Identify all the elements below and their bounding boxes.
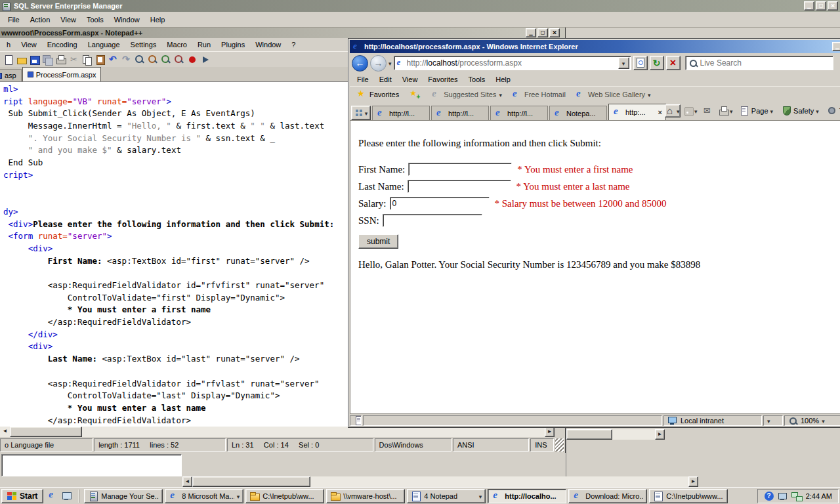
menu-item[interactable]: ? <box>286 39 301 50</box>
save-icon[interactable] <box>29 54 41 66</box>
clock[interactable]: 2:44 AM <box>806 492 832 500</box>
submit-button[interactable]: submit <box>358 234 398 249</box>
save-all-icon[interactable] <box>42 54 54 66</box>
scroll-left-icon[interactable]: ◄ <box>0 427 10 437</box>
replace-icon[interactable] <box>147 54 159 66</box>
menu-item[interactable]: File <box>3 14 25 25</box>
menu-item[interactable]: View <box>55 14 81 25</box>
npp-horizontal-scrollbar[interactable]: ◄ ► <box>0 427 565 437</box>
read-mail-button[interactable] <box>700 104 716 117</box>
paste-icon[interactable] <box>94 54 106 66</box>
browser-tab[interactable]: http:... × <box>608 104 666 120</box>
menu-item[interactable]: Help <box>145 14 171 25</box>
taskbar-button[interactable]: http://localho... <box>488 489 566 503</box>
close-button[interactable] <box>828 1 838 10</box>
zoom-in-icon[interactable] <box>160 54 172 66</box>
browser-tab[interactable]: http://l... <box>490 106 548 120</box>
menu-item[interactable]: Action <box>25 14 56 25</box>
find-icon[interactable] <box>134 54 146 66</box>
stop-button[interactable] <box>666 56 681 70</box>
scrollbar-thumb[interactable] <box>10 427 82 437</box>
search-box[interactable] <box>685 56 833 70</box>
refresh-button[interactable] <box>650 56 664 70</box>
minimize-button[interactable] <box>832 42 840 51</box>
npp-titlebar[interactable]: wwwroot\ProcessForm.aspx - Notepad++ <box>0 28 565 38</box>
text-input[interactable] <box>408 163 512 176</box>
compatibility-view-button[interactable] <box>633 56 648 70</box>
menu-item[interactable]: Run <box>192 39 216 50</box>
browser-tab[interactable]: http://l... <box>372 106 430 120</box>
background-scrollbar-long[interactable]: ◄ ► <box>182 476 698 487</box>
show-desktop-icon[interactable] <box>61 490 73 502</box>
network-icon[interactable] <box>791 491 802 501</box>
history-dropdown-icon[interactable] <box>388 59 392 67</box>
close-button[interactable] <box>549 28 560 37</box>
text-input[interactable] <box>390 197 490 210</box>
sql-window-titlebar[interactable]: SQL Server Enterprise Manager <box>0 0 840 12</box>
resize-grip[interactable] <box>555 438 564 452</box>
minimize-button[interactable] <box>804 1 814 10</box>
favorites-bar-item[interactable]: Free Hotmail <box>507 88 570 101</box>
minimize-button[interactable] <box>526 28 536 37</box>
address-bar[interactable]: http://localhost/processform.aspx <box>394 56 631 70</box>
quick-tabs-button[interactable] <box>351 106 371 120</box>
scroll-right-icon[interactable]: ► <box>545 427 555 437</box>
close-tab-icon[interactable]: × <box>658 108 662 116</box>
help-icon[interactable] <box>764 491 774 501</box>
internet-explorer-icon[interactable] <box>47 490 59 502</box>
taskbar-button[interactable]: C:\Inetpub\www... <box>649 489 728 503</box>
copy-icon[interactable] <box>81 54 93 66</box>
maximize-button[interactable] <box>816 1 826 10</box>
menu-item[interactable]: Window <box>250 39 286 50</box>
zoom-out-icon[interactable] <box>173 54 185 66</box>
background-scrollbar[interactable]: ► <box>566 429 665 440</box>
menu-item[interactable]: Settings <box>125 39 162 50</box>
browser-tab[interactable]: http://l... <box>431 106 489 120</box>
add-to-favorites-bar-button[interactable] <box>405 88 425 101</box>
open-file-icon[interactable] <box>16 54 28 66</box>
command-button[interactable]: Page <box>736 104 776 117</box>
menu-item[interactable]: Favorites <box>423 74 463 85</box>
favorites-button[interactable]: Favorites <box>352 88 404 101</box>
record-macro-icon[interactable] <box>186 54 198 66</box>
taskbar-button[interactable]: C:\Inetpub\ww... <box>245 489 324 503</box>
menu-item[interactable]: Plugins <box>216 39 250 50</box>
print-icon[interactable] <box>55 54 67 66</box>
text-input[interactable] <box>383 214 482 227</box>
menu-item[interactable]: Edit <box>374 74 397 85</box>
feeds-button[interactable] <box>682 104 698 117</box>
scroll-track[interactable] <box>82 427 545 437</box>
menu-item[interactable]: Tools <box>81 14 109 25</box>
browser-tab[interactable]: Notepa... <box>549 106 607 120</box>
menu-item[interactable]: h <box>1 39 16 50</box>
command-button[interactable]: Safety <box>778 104 822 117</box>
taskbar-button[interactable]: \\vmware-host\... <box>326 489 405 503</box>
redo-icon[interactable] <box>121 54 133 66</box>
scroll-left-icon[interactable]: ◄ <box>182 476 192 487</box>
cut-icon[interactable] <box>68 54 80 66</box>
menu-item[interactable]: File <box>352 74 374 85</box>
menu-item[interactable]: Window <box>109 14 145 25</box>
menu-item[interactable]: Help <box>490 74 516 85</box>
taskbar-button[interactable]: Download: Micro... <box>568 489 647 503</box>
undo-icon[interactable] <box>108 54 119 66</box>
play-macro-icon[interactable] <box>200 54 211 66</box>
editor-tab[interactable]: asp <box>0 69 22 81</box>
taskbar-button[interactable]: 4 Notepad <box>407 489 486 503</box>
editor-tab[interactable]: ProcessForm.aspx <box>22 67 102 81</box>
scrollbar-thumb[interactable] <box>192 476 310 487</box>
scroll-track[interactable] <box>612 429 655 440</box>
search-input[interactable] <box>700 58 830 68</box>
taskbar-button[interactable]: 8 Microsoft Ma... <box>165 489 243 503</box>
ie-titlebar[interactable]: http://localhost/processform.aspx - Wind… <box>350 40 840 53</box>
menu-item[interactable]: Tools <box>463 74 491 85</box>
display-icon[interactable] <box>778 491 788 501</box>
text-input[interactable] <box>408 180 511 193</box>
scroll-track[interactable] <box>310 476 688 487</box>
scroll-right-icon[interactable]: ► <box>655 429 665 440</box>
back-button[interactable]: ← <box>352 55 368 72</box>
favorites-bar-item[interactable]: Web Slice Gallery <box>570 88 656 101</box>
command-button[interactable]: Tools <box>824 104 840 117</box>
home-button[interactable] <box>665 104 681 117</box>
menu-item[interactable]: Macro <box>161 39 192 50</box>
